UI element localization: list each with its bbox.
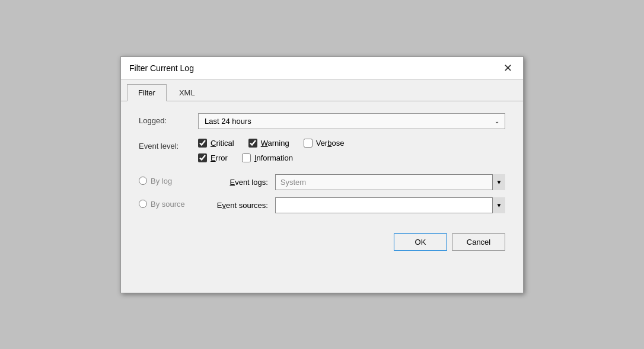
radio-by-log-input[interactable] (139, 177, 147, 185)
cancel-button[interactable]: Cancel (452, 233, 505, 251)
radio-column: By log By source (139, 174, 185, 209)
event-sources-dropdown-wrapper: ▼ (275, 197, 505, 213)
event-logs-row: Event logs: System Application Security … (203, 174, 505, 190)
checkbox-information-input[interactable] (242, 153, 251, 162)
title-bar: Filter Current Log ✕ (121, 57, 523, 80)
checkbox-warning-input[interactable] (248, 139, 257, 148)
filter-content: Logged: Any time Last hour Last 12 hours… (121, 101, 523, 225)
ok-button[interactable]: OK (394, 233, 447, 251)
radio-by-source-label: By source (151, 200, 185, 209)
tab-xml[interactable]: XML (168, 84, 206, 101)
tab-bar: Filter XML (121, 80, 523, 101)
checkbox-error-input[interactable] (198, 153, 207, 162)
checkbox-error-label: Error (211, 153, 228, 162)
logged-label: Logged: (139, 113, 198, 125)
event-logs-dropdown-wrapper: System Application Security ▼ (275, 174, 505, 190)
radio-by-source-input[interactable] (139, 200, 147, 208)
event-sources-label: Event sources: (203, 201, 268, 210)
event-logs-label: Event logs: (203, 178, 268, 187)
checkbox-warning-label: Warning (261, 139, 289, 148)
checkbox-verbose-label: Verbose (316, 139, 345, 148)
radio-section: By log By source Event logs: System Appl… (139, 174, 505, 213)
radio-by-log[interactable]: By log (139, 177, 185, 185)
checkbox-row-2: Error Information (198, 153, 344, 162)
logged-select[interactable]: Any time Last hour Last 12 hours Last 24… (198, 113, 505, 129)
logged-dropdown-wrapper: Any time Last hour Last 12 hours Last 24… (198, 113, 505, 129)
checkbox-critical[interactable]: Critical (198, 139, 234, 148)
checkbox-critical-label: Critical (211, 139, 234, 148)
radio-by-log-label: By log (151, 177, 172, 185)
event-sources-row: Event sources: ▼ (203, 197, 505, 213)
tab-filter[interactable]: Filter (127, 84, 167, 101)
checkbox-verbose-input[interactable] (304, 139, 313, 148)
checkbox-warning[interactable]: Warning (248, 139, 289, 148)
logged-control: Any time Last hour Last 12 hours Last 24… (198, 113, 505, 129)
dialog-title: Filter Current Log (129, 63, 194, 73)
event-level-checkboxes: Critical Warning Verbose Error (198, 139, 344, 162)
checkbox-information[interactable]: Information (242, 153, 293, 162)
dialog-footer: OK Cancel (121, 225, 523, 259)
checkbox-verbose[interactable]: Verbose (304, 139, 345, 148)
filter-dialog: Filter Current Log ✕ Filter XML Logged: … (120, 56, 524, 293)
checkbox-critical-input[interactable] (198, 139, 207, 148)
checkbox-error[interactable]: Error (198, 153, 228, 162)
close-button[interactable]: ✕ (501, 63, 515, 73)
logged-row: Logged: Any time Last hour Last 12 hours… (139, 113, 505, 129)
checkbox-row-1: Critical Warning Verbose (198, 139, 344, 148)
event-level-label: Event level: (139, 139, 198, 151)
checkbox-information-label: Information (254, 153, 293, 162)
event-logs-select[interactable]: System Application Security (275, 174, 505, 190)
radio-by-source[interactable]: By source (139, 200, 185, 209)
event-sources-select[interactable] (275, 197, 505, 213)
event-level-row: Event level: Critical Warning Verbose (139, 139, 505, 162)
event-fields: Event logs: System Application Security … (203, 174, 505, 213)
